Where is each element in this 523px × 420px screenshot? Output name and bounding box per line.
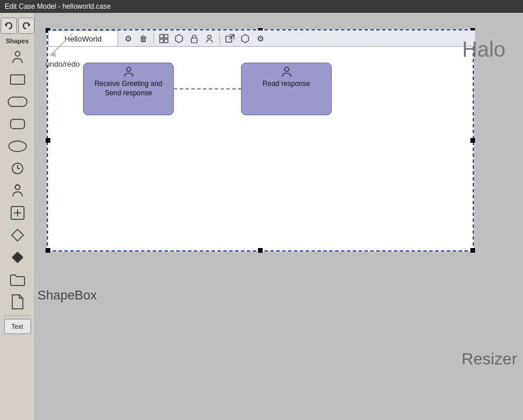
undo-button[interactable] bbox=[1, 18, 17, 34]
svg-marker-18 bbox=[49, 51, 56, 57]
tab-bar: HelloWorld ⚙ 🗑 bbox=[48, 30, 475, 47]
tab-icon-sep1 bbox=[153, 33, 154, 44]
shape-stadium[interactable] bbox=[3, 91, 32, 112]
handle-middle-left[interactable] bbox=[46, 138, 50, 143]
tab-icon-hex[interactable] bbox=[173, 32, 185, 45]
shape-clock[interactable] bbox=[3, 158, 32, 179]
tab-icon-grid[interactable] bbox=[157, 32, 170, 45]
shape-rounded-rect[interactable] bbox=[3, 113, 32, 135]
shape-folder[interactable] bbox=[3, 269, 32, 290]
svg-rect-21 bbox=[160, 39, 163, 43]
canvas-frame[interactable]: HelloWorld ⚙ 🗑 bbox=[47, 29, 474, 252]
svg-point-2 bbox=[15, 51, 20, 56]
handle-middle-right[interactable] bbox=[470, 138, 475, 143]
title-bar: Edit Case Model - helloworld.case bbox=[0, 0, 523, 13]
shape-person[interactable] bbox=[3, 47, 32, 68]
sidebar: Shapes bbox=[0, 13, 35, 420]
shapes-label: Shapes bbox=[6, 37, 29, 44]
tab-icon-sep2 bbox=[219, 33, 220, 44]
undo-redo-label: undo/redo bbox=[46, 60, 80, 68]
title-text: Edit Case Model - helloworld.case bbox=[5, 2, 111, 11]
tab-icon-box-arrow[interactable] bbox=[223, 32, 236, 45]
main-layout: Shapes bbox=[0, 13, 523, 420]
node-receive[interactable]: Receive Greeting and Send response bbox=[83, 63, 174, 115]
shape-box[interactable] bbox=[3, 69, 32, 90]
svg-point-11 bbox=[15, 185, 20, 190]
shape-text[interactable]: Text bbox=[4, 319, 31, 334]
tab-icon-settings2[interactable]: ⚙ bbox=[254, 32, 267, 45]
svg-line-17 bbox=[52, 33, 73, 54]
shape-diamond-filled[interactable] bbox=[3, 247, 32, 268]
svg-point-25 bbox=[208, 35, 211, 39]
halo-annotation: Halo bbox=[462, 37, 505, 62]
shape-diamond-empty[interactable] bbox=[3, 225, 32, 246]
shape-ellipse[interactable] bbox=[3, 136, 32, 157]
svg-rect-4 bbox=[8, 97, 27, 106]
tab-icon-lock[interactable] bbox=[188, 32, 201, 45]
handle-bottom-left[interactable] bbox=[46, 248, 50, 253]
shape-document[interactable] bbox=[3, 291, 32, 312]
sidebar-divider bbox=[3, 315, 32, 316]
canvas-area[interactable]: undo/redo Halo Resizer ShapeBox Hel bbox=[35, 13, 523, 420]
node-read[interactable]: Read response bbox=[241, 63, 332, 115]
svg-point-32 bbox=[126, 67, 130, 71]
undo-redo-annotation: undo/redo bbox=[43, 30, 80, 68]
svg-marker-28 bbox=[242, 35, 249, 43]
shape-plus-box[interactable] bbox=[3, 202, 32, 223]
svg-marker-23 bbox=[176, 35, 183, 43]
svg-rect-26 bbox=[226, 36, 232, 42]
svg-point-6 bbox=[9, 141, 26, 152]
node-receive-label: Receive Greeting and Send response bbox=[88, 80, 168, 98]
shapebox-annotation: ShapeBox bbox=[37, 288, 97, 303]
svg-marker-15 bbox=[12, 229, 23, 241]
tab-icons: ⚙ 🗑 bbox=[118, 30, 475, 46]
svg-rect-5 bbox=[11, 119, 25, 129]
svg-rect-20 bbox=[164, 35, 168, 38]
svg-rect-24 bbox=[191, 38, 197, 43]
handle-bottom-center[interactable] bbox=[258, 248, 263, 253]
tab-icon-hex2[interactable] bbox=[239, 32, 252, 45]
svg-rect-19 bbox=[160, 35, 163, 38]
annotation-arrow-svg bbox=[43, 30, 78, 60]
svg-point-33 bbox=[284, 67, 288, 71]
text-shape-label: Text bbox=[11, 323, 23, 330]
node-read-icon bbox=[281, 67, 292, 80]
tab-icon-settings[interactable]: ⚙ bbox=[122, 32, 135, 45]
resizer-annotation: Resizer bbox=[462, 350, 517, 369]
node-receive-icon bbox=[123, 67, 134, 80]
node-read-label: Read response bbox=[263, 80, 310, 89]
shape-person2[interactable] bbox=[3, 180, 32, 201]
handle-bottom-right[interactable] bbox=[470, 248, 475, 253]
svg-marker-16 bbox=[12, 252, 23, 263]
svg-rect-22 bbox=[164, 39, 168, 43]
tab-icon-delete[interactable]: 🗑 bbox=[137, 32, 150, 45]
redo-button[interactable] bbox=[18, 18, 35, 34]
undo-redo-row bbox=[1, 15, 35, 36]
tab-icon-person[interactable] bbox=[203, 32, 216, 45]
svg-rect-3 bbox=[11, 75, 25, 84]
